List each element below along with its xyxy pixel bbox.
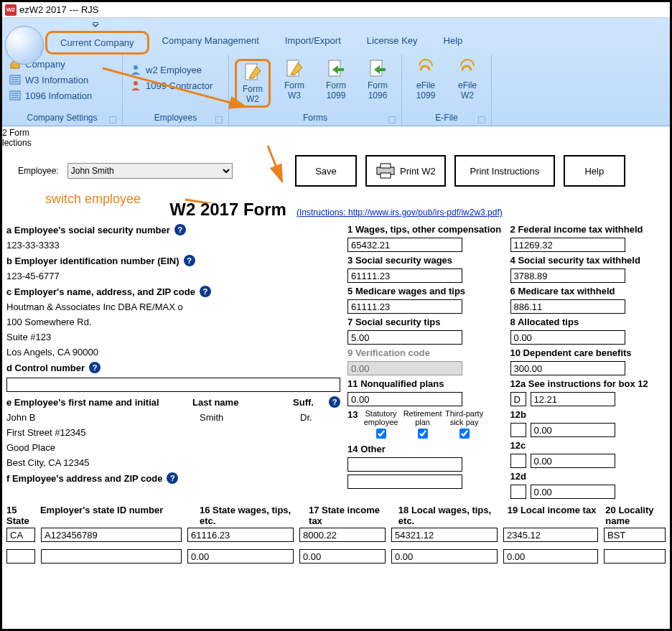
menu-import-export[interactable]: Import/Export [272, 31, 354, 55]
app-icon: W2 [5, 4, 17, 16]
statetax2-input[interactable] [299, 549, 386, 564]
header-box16: 16 State wages, tips, etc. [200, 505, 303, 526]
quick-access-dropdown-icon[interactable] [92, 21, 99, 28]
nav-1099-contractor[interactable]: 1099 Contractor [129, 79, 214, 92]
box8-input[interactable] [510, 330, 625, 345]
box3-input[interactable] [347, 268, 462, 283]
box5-input[interactable] [347, 299, 462, 314]
box12a-code-input[interactable] [510, 392, 526, 406]
nav-w2-employee[interactable]: w2 Employee [129, 63, 214, 76]
localwages2-input[interactable] [391, 549, 498, 564]
localtax2-input[interactable] [503, 549, 598, 564]
header-box20: 20 Locality name [605, 505, 666, 526]
print-w2-button[interactable]: Print W2 [365, 155, 446, 187]
menu-company-management[interactable]: Company Management [149, 31, 272, 55]
menu-license-key[interactable]: License Key [354, 31, 431, 55]
employer-line1: Houtman & Associates Inc DBA RE/MAX o [6, 302, 340, 312]
label-box-f: f Employee's address and ZIP code? [6, 472, 340, 484]
help-icon[interactable]: ? [89, 362, 101, 373]
box4-input[interactable] [510, 268, 625, 283]
control-number-input[interactable] [6, 378, 340, 392]
box12c-code-input[interactable] [510, 454, 526, 468]
label-box12a: 12a See instructions for box 12 [510, 378, 666, 389]
launcher-icon[interactable] [215, 116, 223, 123]
label-box14: 14 Other [347, 444, 503, 454]
employee-select[interactable]: John Smith [67, 163, 233, 179]
cloud-sync-icon [416, 59, 435, 78]
box12b-value-input[interactable] [531, 423, 615, 437]
value-ssn: 123-33-3333 [6, 240, 340, 251]
form-1096-button[interactable]: Form 1096 [360, 59, 396, 101]
locality2-input[interactable] [604, 549, 666, 564]
help-icon[interactable]: ? [174, 224, 186, 235]
box7-input[interactable] [347, 330, 462, 345]
statewages1-input[interactable] [187, 528, 294, 542]
label-box5: 5 Medicare wages and tips [347, 286, 503, 296]
launcher-icon[interactable] [478, 116, 485, 123]
nav-1096-label: 1096 Infomation [25, 90, 92, 101]
state2-input[interactable] [6, 549, 35, 564]
save-button[interactable]: Save [295, 155, 357, 187]
box9-input [347, 361, 462, 375]
help-icon[interactable]: ? [200, 286, 211, 297]
box11-input[interactable] [347, 392, 462, 406]
help-icon[interactable]: ? [167, 472, 178, 484]
box12c-value-input[interactable] [531, 454, 615, 468]
irs-instructions-link[interactable]: (Instructions: http://www.irs.gov/pub/ir… [297, 207, 503, 218]
box12a-value-input[interactable] [531, 392, 615, 406]
label-box11: 11 Nonqualified plans [347, 378, 503, 389]
help-icon[interactable]: ? [329, 396, 340, 408]
box6-input[interactable] [510, 299, 625, 314]
help-button[interactable]: Help [564, 155, 625, 187]
nav-w3-information[interactable]: W3 Information [8, 73, 93, 86]
menu-current-company[interactable]: Current Company [45, 31, 149, 55]
box14a-input[interactable] [347, 457, 462, 472]
box14b-input[interactable] [347, 475, 462, 489]
stateid2-input[interactable] [41, 549, 182, 564]
locality1-input[interactable] [604, 528, 666, 542]
form-w2-button[interactable]: Form W2 [235, 59, 271, 108]
sub-header: 2 Form lections [2, 126, 670, 148]
form-w3-button[interactable]: Form W3 [276, 59, 312, 101]
nav-1096-information[interactable]: 1096 Infomation [8, 89, 93, 102]
document-edit-icon [243, 62, 262, 81]
ribbon-group-efile: E-File [408, 111, 485, 126]
help-icon[interactable]: ? [184, 255, 195, 266]
label-box8: 8 Allocated tips [510, 317, 666, 327]
svg-rect-19 [381, 164, 391, 168]
state1-input[interactable] [6, 528, 35, 542]
box12d-value-input[interactable] [531, 485, 615, 499]
stateid1-input[interactable] [41, 528, 182, 542]
header-box18: 18 Local wages, tips, etc. [398, 505, 502, 526]
state-row-2 [6, 549, 666, 564]
statetax1-input[interactable] [299, 528, 386, 542]
box13-thirdparty-checkbox[interactable] [459, 429, 470, 439]
box12b-code-input[interactable] [510, 423, 526, 437]
box13-retirement-checkbox[interactable] [418, 429, 428, 439]
efile-1099-button[interactable]: eFile 1099 [408, 59, 444, 101]
box2-input[interactable] [510, 238, 625, 252]
label-box3: 3 Social security wages [347, 255, 503, 266]
launcher-icon[interactable] [388, 116, 396, 123]
localtax1-input[interactable] [503, 528, 598, 542]
localwages1-input[interactable] [391, 528, 498, 542]
printer-icon [375, 163, 396, 179]
box10-input[interactable] [510, 361, 625, 375]
header-box15: 15 State [6, 505, 34, 526]
menu-help[interactable]: Help [431, 31, 476, 55]
form-1099-button[interactable]: Form 1099 [318, 59, 354, 101]
label-box12d: 12d [510, 471, 666, 482]
label-box13: 13 [347, 409, 358, 420]
print-instructions-button[interactable]: Print Instructions [454, 155, 555, 187]
document-arrow-icon [368, 59, 387, 78]
box1-input[interactable] [347, 238, 462, 252]
label-box12c: 12c [510, 440, 666, 451]
box13-statutory-checkbox[interactable] [376, 429, 386, 439]
label-last-name: Last name [192, 397, 286, 408]
launcher-icon[interactable] [109, 116, 116, 123]
toolbar-row: Employee: John Smith Save Print W2 Print… [2, 148, 670, 200]
box12d-code-input[interactable] [510, 485, 526, 499]
efile-w2-button[interactable]: eFile W2 [449, 59, 485, 101]
statewages2-input[interactable] [187, 549, 294, 564]
app-orb-button[interactable] [5, 26, 44, 65]
